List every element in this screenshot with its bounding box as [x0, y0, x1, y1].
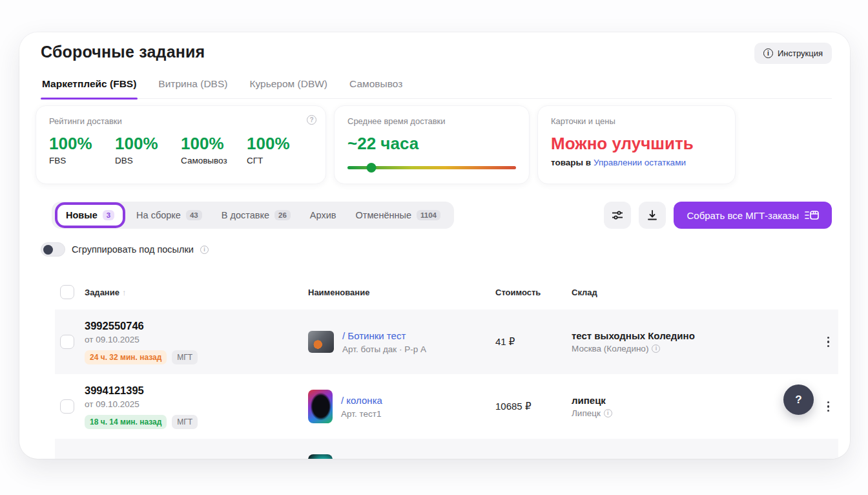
tab-pickup[interactable]: Самовывоз [348, 73, 404, 98]
delivery-ratings-card: Рейтинги доставки ? 100% FBS 100% DBS 10… [36, 105, 326, 184]
time-elapsed-badge: 18 ч. 14 мин. назад [85, 415, 167, 429]
info-icon[interactable]: i [200, 246, 209, 254]
collect-button-label: Собрать все МГТ-заказы [687, 210, 799, 221]
product-thumbnail [308, 390, 333, 423]
instruction-label: Инструкция [778, 48, 823, 58]
status-tab-new[interactable]: Новые 3 [57, 205, 123, 226]
col-price: Стоимость [486, 288, 566, 297]
product-article: Арт. тест1 [341, 409, 382, 419]
rating-sgt: 100% СГТ [247, 134, 313, 165]
stock-management-link[interactable]: Управлении остатками [594, 158, 686, 167]
table-row: 3996925519 липецк [55, 439, 838, 459]
warehouse-cell: тест выходных Коледино Москва (Коледино)… [566, 330, 807, 353]
rating-value: 100% [115, 134, 181, 154]
status-tab-archive[interactable]: Архив [302, 205, 345, 226]
group-parcels-toggle[interactable] [41, 242, 65, 257]
status-tab-count: 1104 [417, 210, 440, 220]
warehouse-name: липецк [572, 395, 807, 406]
status-tab-count: 3 [103, 210, 114, 220]
row-checkbox[interactable] [60, 335, 74, 349]
delivery-model-tabs: Маркетплейс (FBS) Витрина (DBS) Курьером… [41, 73, 832, 99]
tasks-table: Задание↑ Наименование Стоимость Склад 39… [55, 275, 838, 459]
gradient-marker [366, 163, 376, 173]
cards-prices-status: Можно улучшить [551, 134, 722, 154]
select-all-checkbox[interactable] [60, 285, 74, 299]
instruction-button[interactable]: i Инструкция [754, 43, 832, 64]
warehouse-name: тест выходных Коледино [572, 330, 807, 341]
rating-label: DBS [115, 156, 181, 165]
package-list-icon [805, 209, 819, 221]
group-parcels-row: Сгруппировать под посылки i [41, 242, 209, 257]
rating-label: FBS [49, 156, 115, 165]
product-name-link[interactable]: / колонка [341, 395, 382, 406]
cards-prices-title: Карточки и цены [551, 116, 722, 126]
info-icon[interactable]: i [604, 409, 612, 417]
task-date: от 09.10.2025 [85, 335, 298, 344]
status-tab-label: На сборке [136, 210, 181, 220]
table-row: 3994121395 от 09.10.2025 18 ч. 14 мин. н… [55, 374, 838, 439]
rating-label: СГТ [247, 156, 313, 165]
assembly-tasks-panel: Сборочные задания i Инструкция Маркетпле… [19, 32, 850, 459]
warehouse-location: Москва (Коледино) i [572, 344, 807, 353]
download-icon [646, 209, 658, 221]
status-tab-count: 26 [274, 210, 291, 220]
col-name: Наименование [298, 288, 486, 297]
tab-marketplace-fbs[interactable]: Маркетплейс (FBS) [41, 73, 138, 98]
subtext-prefix: товары в [551, 158, 591, 167]
task-badges: 24 ч. 32 мин. назад МГТ [85, 350, 298, 364]
delivery-time-title: Среднее время доставки [347, 116, 516, 126]
collect-mgt-orders-button[interactable]: Собрать все МГТ-заказы [674, 202, 832, 229]
product-name-link[interactable]: / Ботинки тест [342, 330, 426, 341]
task-id: 3992550746 [85, 320, 298, 332]
ratings-title: Рейтинги доставки [49, 116, 313, 126]
product-thumbnail [308, 454, 333, 459]
info-icon[interactable]: i [652, 344, 660, 353]
product-thumbnail [308, 331, 334, 353]
rating-label: Самовывоз [181, 156, 247, 165]
ratings-grid: 100% FBS 100% DBS 100% Самовывоз 100% СГ… [49, 134, 313, 165]
delivery-time-value: ~22 часа [347, 134, 516, 154]
time-elapsed-badge: 24 ч. 32 мин. назад [85, 350, 167, 364]
filter-settings-button[interactable] [604, 202, 631, 229]
sliders-icon [611, 209, 624, 222]
rating-value: 100% [247, 134, 313, 154]
col-warehouse: Склад [566, 288, 807, 297]
rating-pickup: 100% Самовывоз [181, 134, 247, 165]
status-tab-cancelled[interactable]: Отменённые 1104 [347, 205, 448, 226]
help-question-icon[interactable]: ? [307, 115, 316, 125]
warehouse-cell: липецк Липецк i [566, 395, 807, 418]
task-cell: 3994121395 от 09.10.2025 18 ч. 14 мин. н… [85, 375, 298, 439]
status-tab-label: Отменённые [355, 210, 411, 220]
status-tab-in-delivery[interactable]: В доставке 26 [213, 205, 299, 226]
stats-row: Рейтинги доставки ? 100% FBS 100% DBS 10… [36, 105, 736, 184]
task-cell: 3992550746 от 09.10.2025 24 ч. 32 мин. н… [85, 310, 298, 374]
status-tab-label: Новые [66, 210, 98, 220]
page-title: Сборочные задания [41, 43, 205, 61]
task-cell: 3996925519 [85, 456, 298, 459]
task-date: от 09.10.2025 [85, 399, 298, 409]
mgt-badge: МГТ [172, 350, 198, 364]
status-tabs: Новые 3 На сборке 43 В доставке 26 Архив… [52, 202, 454, 229]
download-button[interactable] [639, 202, 666, 229]
delivery-time-scale [347, 163, 516, 172]
row-checkbox[interactable] [60, 399, 74, 414]
task-badges: 18 ч. 14 мин. назад МГТ [85, 415, 298, 429]
col-task-label: Задание [85, 288, 119, 297]
row-menu-button[interactable] [827, 401, 830, 412]
task-id: 3994121395 [85, 384, 298, 397]
col-task[interactable]: Задание↑ [85, 288, 298, 297]
filters-row: Новые 3 На сборке 43 В доставке 26 Архив… [36, 202, 832, 229]
rating-fbs: 100% FBS [49, 134, 115, 165]
table-header: Задание↑ Наименование Стоимость Склад [55, 275, 838, 310]
help-button[interactable]: ? [783, 384, 814, 415]
tab-vitrina-dbs[interactable]: Витрина (DBS) [157, 73, 229, 98]
table-actions: Собрать все МГТ-заказы [604, 202, 832, 229]
status-tab-count: 43 [186, 210, 202, 220]
rating-dbs: 100% DBS [115, 134, 181, 165]
status-tab-assembling[interactable]: На сборке 43 [128, 205, 211, 226]
page-header: Сборочные задания i Инструкция [41, 43, 832, 64]
toggle-knob [43, 245, 53, 255]
row-menu-button[interactable] [827, 337, 830, 348]
product-cell: / Ботинки тест Арт. боты дак · Р-р А [298, 330, 486, 354]
tab-courier-dbw[interactable]: Курьером (DBW) [248, 73, 329, 98]
